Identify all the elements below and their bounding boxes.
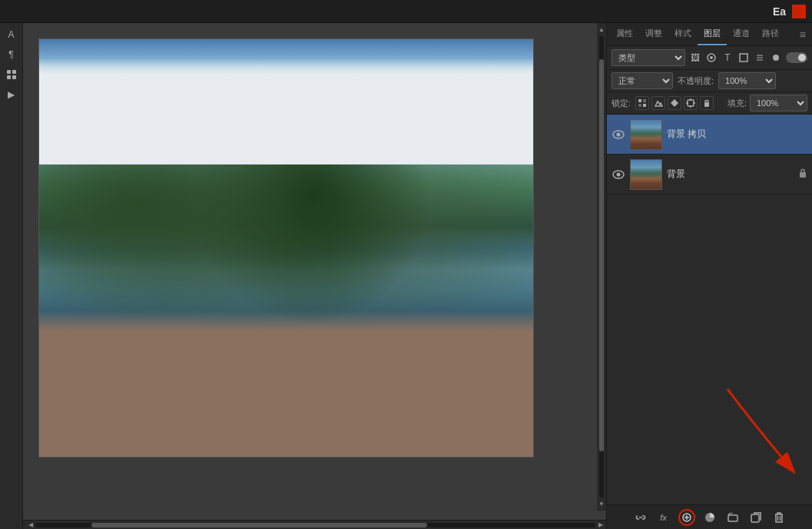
tab-channels[interactable]: 通道	[727, 23, 756, 45]
fill-select[interactable]: 100%	[750, 95, 807, 111]
canvas-area: ▲ ▼ ◀ ▶	[23, 23, 606, 529]
svg-point-5	[710, 56, 713, 59]
tab-layers[interactable]: 图层	[698, 23, 727, 45]
filter-shape-icon[interactable]	[737, 51, 751, 65]
svg-rect-1	[12, 70, 16, 74]
svg-rect-27	[751, 514, 759, 522]
svg-rect-22	[800, 172, 806, 178]
panel-menu-icon[interactable]: ≡	[797, 25, 809, 44]
svg-rect-17	[704, 102, 709, 107]
layer-list: 背景 拷贝 背景	[607, 115, 812, 504]
layer-lock-icon	[798, 168, 807, 181]
tab-paths[interactable]: 路径	[756, 23, 785, 45]
canvas-image	[38, 38, 534, 457]
layer-name-copy: 背景 拷贝	[667, 128, 807, 141]
filter-image-icon[interactable]: 🖼	[688, 51, 702, 65]
filter-dot-icon[interactable]	[769, 51, 783, 65]
horizontal-scrollbar[interactable]: ◀ ▶	[23, 520, 606, 529]
filter-text-icon[interactable]: T	[721, 51, 734, 65]
top-bar-red-box	[792, 5, 806, 18]
filter-toggle[interactable]	[786, 52, 807, 63]
panel-tabs: 属性 调整 样式 图层 通道 路径 ≡	[607, 23, 812, 46]
lock-all-icon[interactable]	[700, 96, 714, 110]
filter-toggle-dot	[798, 54, 806, 62]
new-fill-layer-button[interactable]	[678, 509, 695, 526]
layer-name-bg: 背景	[667, 168, 794, 181]
layers-bottom-toolbar: fx	[607, 504, 812, 529]
svg-rect-26	[728, 515, 737, 521]
tab-adjustments[interactable]: 调整	[639, 23, 668, 45]
lock-row: 锁定:	[607, 92, 812, 115]
svg-rect-8	[638, 99, 641, 102]
layer-item-copy[interactable]: 背景 拷贝	[607, 115, 812, 155]
scroll-left-arrow[interactable]: ◀	[26, 521, 35, 530]
layer-item-bg[interactable]: 背景	[607, 155, 812, 195]
lock-icons	[635, 96, 714, 110]
scroll-arrow-right[interactable]: ▶	[598, 521, 603, 528]
filter-smart-icon[interactable]	[753, 51, 767, 65]
lock-position-icon[interactable]	[668, 96, 681, 110]
canvas-container: ▲ ▼	[23, 23, 606, 520]
lock-transparent-pixels-icon[interactable]	[635, 96, 649, 110]
filter-icons: 🖼 T	[688, 51, 783, 65]
tab-styles[interactable]: 样式	[668, 23, 698, 45]
layer-thumb-copy	[630, 119, 662, 150]
fill-label: 填充:	[727, 98, 747, 109]
top-bar-text: Ea	[773, 5, 786, 18]
delete-layer-button[interactable]	[771, 509, 787, 526]
svg-rect-2	[7, 75, 11, 79]
layer-thumb-bg	[630, 159, 662, 190]
lock-label: 锁定:	[611, 98, 631, 109]
vertical-scrollbar[interactable]: ▲ ▼	[597, 23, 606, 511]
right-panel: 属性 调整 样式 图层 通道 路径 ≡ 类型 🖼 T	[606, 23, 812, 529]
filter-adjustment-icon[interactable]	[704, 51, 718, 65]
svg-rect-3	[12, 75, 16, 79]
svg-rect-6	[740, 54, 747, 62]
svg-rect-10	[638, 104, 641, 107]
adjustment-layer-button[interactable]	[701, 509, 718, 526]
text-tool-icon[interactable]: A	[3, 26, 20, 43]
svg-rect-11	[643, 104, 646, 107]
scrollbar-track	[35, 523, 595, 527]
filter-type-select[interactable]: 类型	[611, 49, 685, 66]
top-bar: Ea	[0, 0, 812, 23]
play-icon[interactable]: ▶	[3, 86, 20, 103]
paragraph-tool-icon[interactable]: ¶	[3, 46, 20, 63]
svg-point-21	[617, 172, 621, 176]
new-group-button[interactable]	[724, 509, 741, 526]
svg-point-19	[617, 132, 621, 136]
lock-image-pixels-icon[interactable]	[651, 96, 665, 110]
svg-rect-12	[688, 100, 694, 106]
main-content: A ¶ ▶ ▲	[0, 23, 812, 529]
svg-point-7	[773, 55, 779, 61]
red-arrow-annotation	[704, 374, 804, 474]
lock-artboard-icon[interactable]	[684, 96, 698, 110]
layer-visibility-copy[interactable]	[611, 128, 625, 141]
scrollbar-thumb	[91, 523, 427, 527]
tab-properties[interactable]: 属性	[610, 23, 639, 45]
left-toolbar: A ¶ ▶	[0, 23, 23, 529]
blend-row: 正常 不透明度: 100%	[607, 70, 812, 92]
fx-button[interactable]: fx	[655, 509, 672, 526]
opacity-select[interactable]: 100%	[718, 72, 776, 89]
svg-rect-9	[643, 99, 646, 102]
opacity-label: 不透明度:	[678, 75, 714, 87]
new-layer-button[interactable]	[747, 509, 764, 526]
layer-visibility-bg[interactable]	[611, 168, 625, 181]
grid-tool-icon[interactable]	[3, 66, 20, 83]
layer-filter-row: 类型 🖼 T	[607, 46, 812, 70]
svg-rect-0	[7, 70, 11, 74]
blend-mode-select[interactable]: 正常	[611, 72, 673, 89]
link-layers-button[interactable]	[632, 509, 649, 526]
